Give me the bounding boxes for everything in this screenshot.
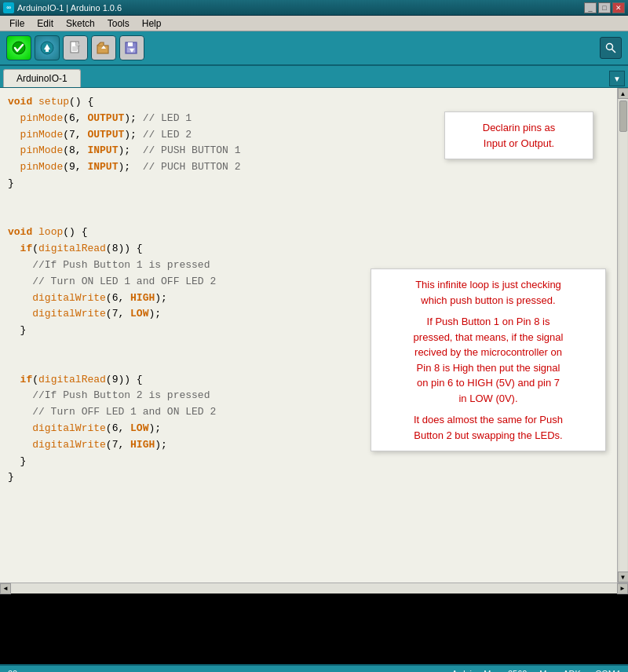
tooltip-pins: Declarin pins asInput or Output. <box>444 111 593 159</box>
tab-arduinoio1[interactable]: ArduinoIO-1 <box>3 69 81 87</box>
tab-bar: ArduinoIO-1 ▼ <box>0 66 628 88</box>
menu-file[interactable]: File <box>3 16 31 31</box>
title-bar: ∞ ArduinoIO-1 | Arduino 1.0.6 _ □ ✕ <box>0 0 628 16</box>
hscroll-track <box>11 583 617 593</box>
code-line-23: } <box>8 454 609 470</box>
code-line-5: pinMode(9, INPUT); // PUCH BUTTON 2 <box>8 159 609 176</box>
tooltip-loop-line2: which push button is pressed. <box>382 293 594 309</box>
search-button[interactable] <box>600 37 622 59</box>
vertical-scrollbar[interactable]: ▲ ▼ <box>617 88 628 583</box>
menu-bar: File Edit Sketch Tools Help <box>0 16 628 31</box>
hscroll-left-arrow[interactable]: ◄ <box>0 583 11 594</box>
code-line-9: void loop() { <box>8 225 609 241</box>
code-line-8 <box>8 209 609 225</box>
close-button[interactable]: ✕ <box>612 2 625 13</box>
menu-help[interactable]: Help <box>136 16 168 31</box>
status-left: 20 <box>8 669 17 672</box>
status-bar: 20 Arduino Mega 2560 or Mega ADK on COM4 <box>0 664 628 672</box>
tooltip-loop-line11: It does almost the same for Push Button … <box>382 412 594 443</box>
menu-edit[interactable]: Edit <box>31 16 60 31</box>
console-area <box>0 593 628 664</box>
tooltip-loop-line4: If Push Button 1 on Pin 8 is pressed, th… <box>382 314 594 406</box>
verify-button[interactable] <box>6 35 31 60</box>
tooltip-pins-text: Declarin pins asInput or Output. <box>483 122 556 149</box>
scroll-track <box>619 99 627 572</box>
open-button[interactable] <box>91 35 116 60</box>
code-line-1: void setup() { <box>8 94 609 111</box>
app-icon: ∞ <box>3 2 14 13</box>
code-line-7 <box>8 192 609 209</box>
toolbar <box>0 31 628 66</box>
tooltip-loop: This infinite loop is just checking whic… <box>371 268 606 451</box>
status-right: Arduino Mega 2560 or Mega ADK on COM4 <box>451 669 620 672</box>
tab-dropdown[interactable]: ▼ <box>609 71 625 86</box>
code-line-24: } <box>8 469 609 486</box>
scroll-thumb[interactable] <box>619 100 627 132</box>
new-button[interactable] <box>63 35 88 60</box>
svg-rect-12 <box>128 42 133 46</box>
window-title: ArduinoIO-1 | Arduino 1.0.6 <box>17 3 122 13</box>
upload-button[interactable] <box>35 35 60 60</box>
minimize-button[interactable]: _ <box>584 2 597 13</box>
svg-point-15 <box>607 44 613 50</box>
svg-rect-3 <box>46 49 49 52</box>
editor-container: void setup() { pinMode(6, OUTPUT); // LE… <box>0 88 628 583</box>
menu-sketch[interactable]: Sketch <box>60 16 101 31</box>
save-button[interactable] <box>119 35 144 60</box>
scroll-down-arrow[interactable]: ▼ <box>618 572 629 583</box>
maximize-button[interactable]: □ <box>598 2 611 13</box>
horizontal-scrollbar[interactable]: ◄ ► <box>0 583 628 593</box>
code-line-6: } <box>8 176 609 192</box>
hscroll-right-arrow[interactable]: ► <box>617 583 628 594</box>
scroll-up-arrow[interactable]: ▲ <box>618 88 629 99</box>
tooltip-loop-line1: This infinite loop is just checking <box>382 277 594 293</box>
window-controls[interactable]: _ □ ✕ <box>584 2 625 13</box>
code-editor[interactable]: void setup() { pinMode(6, OUTPUT); // LE… <box>0 88 617 583</box>
code-line-10: if(digitalRead(8)) { <box>8 241 609 257</box>
svg-line-16 <box>612 49 616 53</box>
menu-tools[interactable]: Tools <box>101 16 136 31</box>
